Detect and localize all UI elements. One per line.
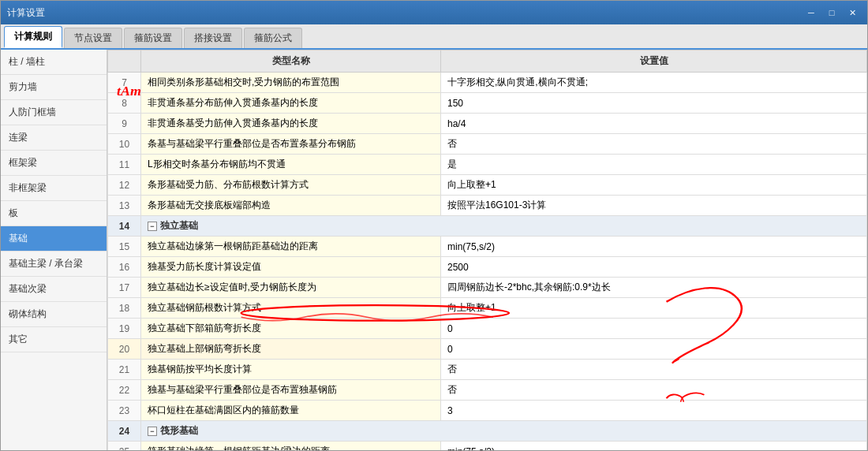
row-number: 20 — [108, 339, 141, 360]
row-value[interactable]: 十字形相交,纵向贯通,横向不贯通; — [441, 73, 867, 93]
table-row[interactable]: 16独基受力筋长度计算设定值2500 — [108, 257, 867, 278]
sidebar-item-slab[interactable]: 板 — [1, 201, 107, 226]
row-value[interactable]: min(75,s/2) — [441, 442, 867, 451]
table-area[interactable]: 类型名称 设置值 7相同类别条形基础相交时,受力钢筋的布置范围十字形相交,纵向贯… — [107, 50, 867, 450]
sidebar-item-col-wall[interactable]: 柱 / 墙柱 — [1, 50, 107, 75]
tab-calc-rules[interactable]: 计算规则 — [4, 26, 62, 48]
table-row[interactable]: 19独立基础下部箱筋弯折长度0 — [108, 319, 867, 339]
row-value[interactable]: 否 — [441, 360, 867, 380]
table-row[interactable]: 13条形基础无交接底板端部构造按照平法16G101-3计算 — [108, 196, 867, 216]
row-value[interactable]: 否 — [441, 380, 867, 401]
row-number: 25 — [108, 442, 141, 451]
table-row[interactable]: 21独基钢筋按平均长度计算否 — [108, 360, 867, 380]
table-row[interactable]: 11L形相交时条基分布钢筋均不贯通是 — [108, 155, 867, 175]
table-body: 7相同类别条形基础相交时,受力钢筋的布置范围十字形相交,纵向贯通,横向不贯通;8… — [108, 73, 867, 451]
row-value[interactable]: 否 — [441, 134, 867, 155]
sidebar-item-found-sec-beam[interactable]: 基础次梁 — [1, 277, 107, 302]
table-row[interactable]: 12条形基础受力筋、分布筋根数计算方式向上取整+1 — [108, 175, 867, 196]
row-value[interactable]: 按照平法16G101-3计算 — [441, 196, 867, 216]
title-bar: 计算设置 ─ □ ✕ — [1, 1, 867, 24]
row-value[interactable]: 150 — [441, 93, 867, 114]
row-number: 21 — [108, 360, 141, 380]
table-row[interactable]: 24−筏形基础 — [108, 421, 867, 442]
maximize-button[interactable]: □ — [823, 6, 840, 20]
row-type-name: 独基钢筋按平均长度计算 — [141, 360, 441, 380]
table-row[interactable]: 10条基与基础梁平行重叠部位是否布置条基分布钢筋否 — [108, 134, 867, 155]
sidebar-item-shear-wall[interactable]: 剪力墙 — [1, 75, 107, 100]
row-value[interactable]: ha/4 — [441, 114, 867, 134]
row-number: 7 — [108, 73, 141, 93]
row-value[interactable]: 四周钢筋边长-2*bhc,其余钢筋:0.9*边长 — [441, 278, 867, 298]
tab-lap-settings[interactable]: 搭接设置 — [184, 28, 242, 48]
row-number: 11 — [108, 155, 141, 175]
row-type-name: 独立基础钢筋根数计算方式 — [141, 298, 441, 319]
table-row[interactable]: 23杯口短柱在基础满圆区内的箍筋数量3 — [108, 401, 867, 421]
sidebar-item-found-main-beam[interactable]: 基础主梁 / 承台梁 — [1, 252, 107, 277]
row-number: 16 — [108, 257, 141, 278]
main-content: 柱 / 墙柱 剪力墙 人防门框墙 连梁 框架梁 非框架梁 板 基础 基础主梁 /… — [1, 50, 867, 450]
table-row[interactable]: 22独基与基础梁平行重叠部位是否布置独基钢筋否 — [108, 380, 867, 401]
minimize-button[interactable]: ─ — [803, 6, 820, 20]
row-value[interactable]: 向上取整+1 — [441, 175, 867, 196]
sidebar: 柱 / 墙柱 剪力墙 人防门框墙 连梁 框架梁 非框架梁 板 基础 基础主梁 /… — [1, 50, 107, 450]
row-number: 15 — [108, 237, 141, 257]
window-controls: ─ □ ✕ — [803, 6, 861, 20]
row-number: 19 — [108, 319, 141, 339]
row-value[interactable]: 3 — [441, 401, 867, 421]
row-type-name: 独基与基础梁平行重叠部位是否布置独基钢筋 — [141, 380, 441, 401]
row-number: 12 — [108, 175, 141, 196]
sidebar-item-beam[interactable]: 连梁 — [1, 125, 107, 151]
table-row[interactable]: 14−独立基础 — [108, 216, 867, 237]
row-number: 13 — [108, 196, 141, 216]
row-value[interactable]: min(75,s/2) — [441, 237, 867, 257]
table-row[interactable]: 17独立基础边长≥设定值时,受力钢筋长度为四周钢筋边长-2*bhc,其余钢筋:0… — [108, 278, 867, 298]
section-collapse-icon[interactable]: − — [148, 427, 157, 436]
sidebar-item-masonry[interactable]: 砌体结构 — [1, 302, 107, 327]
row-number: 9 — [108, 114, 141, 134]
section-collapse-icon[interactable]: − — [148, 222, 157, 231]
header-val: 设置值 — [441, 50, 867, 73]
sidebar-item-air-defense[interactable]: 人防门框墙 — [1, 100, 107, 125]
row-type-name: 独立基础边长≥设定值时,受力钢筋长度为 — [141, 278, 441, 298]
tab-rebar-settings[interactable]: 箍筋设置 — [124, 28, 182, 48]
tab-bar: 计算规则 节点设置 箍筋设置 搭接设置 箍筋公式 — [1, 24, 867, 50]
table-row[interactable]: 15独立基础边缘第一根钢筋距基础边的距离min(75,s/2) — [108, 237, 867, 257]
sidebar-item-other[interactable]: 其它 — [1, 327, 107, 352]
table-row[interactable]: 25筏形基础边缘第一根钢筋距基边/梁边的距离min(75,s/2) — [108, 442, 867, 451]
row-type-name: 独立基础上部钢筋弯折长度 — [141, 339, 441, 360]
row-number: 14 — [108, 216, 141, 237]
row-value[interactable]: 0 — [441, 319, 867, 339]
window-title: 计算设置 — [7, 6, 45, 20]
table-row[interactable]: 7相同类别条形基础相交时,受力钢筋的布置范围十字形相交,纵向贯通,横向不贯通; — [108, 73, 867, 93]
row-number: 22 — [108, 380, 141, 401]
row-number: 18 — [108, 298, 141, 319]
table-row[interactable]: 8非贯通条基分布筋伸入贯通条基内的长度150 — [108, 93, 867, 114]
tab-rebar-formula[interactable]: 箍筋公式 — [244, 28, 302, 48]
settings-table: 类型名称 设置值 7相同类别条形基础相交时,受力钢筋的布置范围十字形相交,纵向贯… — [107, 50, 867, 450]
sidebar-item-non-frame-beam[interactable]: 非框架梁 — [1, 176, 107, 201]
main-window: 计算设置 ─ □ ✕ 计算规则 节点设置 箍筋设置 搭接设置 箍筋公式 柱 / … — [0, 0, 868, 451]
table-row[interactable]: 18独立基础钢筋根数计算方式向上取整+1 — [108, 298, 867, 319]
table-header: 类型名称 设置值 — [108, 50, 867, 73]
sidebar-item-frame-beam[interactable]: 框架梁 — [1, 151, 107, 176]
row-number: 10 — [108, 134, 141, 155]
row-type-name: 筏形基础边缘第一根钢筋距基边/梁边的距离 — [141, 442, 441, 451]
table-row[interactable]: 20独立基础上部钢筋弯折长度0 — [108, 339, 867, 360]
section-name: −筏形基础 — [141, 421, 867, 442]
header-name: 类型名称 — [141, 50, 441, 73]
row-type-name: 条形基础无交接底板端部构造 — [141, 196, 441, 216]
tab-node-settings[interactable]: 节点设置 — [64, 28, 122, 48]
row-type-name: 非贯通条基分布筋伸入贯通条基内的长度 — [141, 93, 441, 114]
row-value[interactable]: 向上取整+1 — [441, 298, 867, 319]
row-type-name: 杯口短柱在基础满圆区内的箍筋数量 — [141, 401, 441, 421]
row-type-name: 条基与基础梁平行重叠部位是否布置条基分布钢筋 — [141, 134, 441, 155]
sidebar-item-foundation[interactable]: 基础 — [1, 226, 107, 252]
row-value[interactable]: 2500 — [441, 257, 867, 278]
close-button[interactable]: ✕ — [844, 6, 861, 20]
table-row[interactable]: 9非贯通条基受力筋伸入贯通条基内的长度ha/4 — [108, 114, 867, 134]
row-value[interactable]: 0 — [441, 339, 867, 360]
row-value[interactable]: 是 — [441, 155, 867, 175]
row-number: 24 — [108, 421, 141, 442]
row-type-name: 非贯通条基受力筋伸入贯通条基内的长度 — [141, 114, 441, 134]
row-number: 8 — [108, 93, 141, 114]
